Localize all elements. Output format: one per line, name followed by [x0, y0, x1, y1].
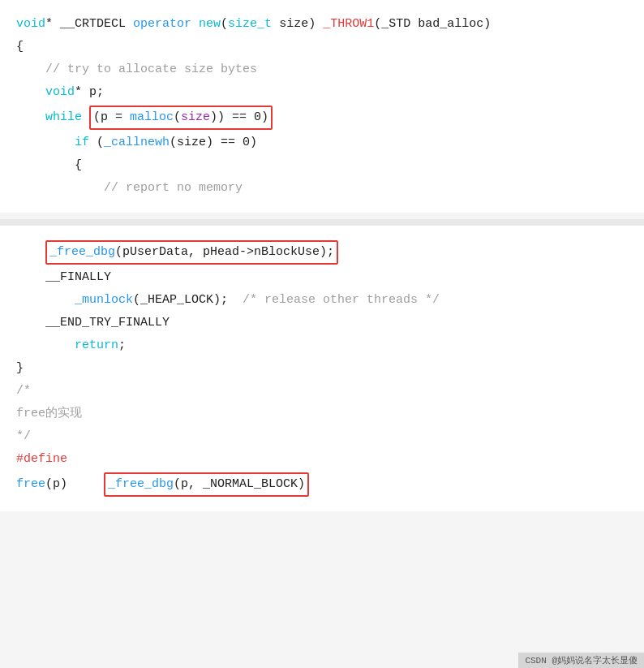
token: __END_TRY_FINALLY — [16, 313, 170, 333]
code-line: void* p; — [0, 81, 644, 104]
token: )) == 0) — [210, 110, 268, 124]
token — [16, 83, 45, 102]
token — [16, 243, 45, 262]
code-line: /* — [0, 380, 644, 403]
code-line-free-dbg: _free_dbg(pUserData, pHead->nBlockUse); — [0, 239, 644, 266]
token: size_t — [228, 15, 272, 34]
token: ( — [174, 110, 181, 124]
token: * p; — [75, 83, 104, 102]
token: (p = — [93, 110, 130, 124]
token: /* — [16, 381, 31, 401]
token: new — [199, 15, 221, 34]
token: return — [75, 336, 118, 356]
code-section-1: void* __CRTDECL operator new(size_t size… — [0, 0, 644, 213]
token: // report no memory — [16, 179, 243, 198]
token: * __CRTDECL — [45, 15, 133, 34]
token: if — [75, 133, 89, 153]
token: } — [16, 359, 24, 378]
code-line: if (_callnewh(size) == 0) — [0, 131, 644, 154]
code-line: // try to allocate size bytes — [0, 58, 644, 81]
token — [82, 108, 89, 127]
code-line: */ — [0, 425, 644, 448]
token: ( — [221, 15, 228, 34]
code-line: free的实现 — [0, 403, 644, 425]
token: */ — [16, 427, 31, 446]
token: ; — [118, 336, 126, 356]
code-line: { — [0, 154, 644, 177]
token — [191, 15, 199, 34]
highlighted-expression: _free_dbg(pUserData, pHead->nBlockUse); — [45, 240, 338, 265]
token: void — [45, 83, 75, 102]
code-line: } — [0, 357, 644, 380]
token: free的实现 — [16, 404, 82, 424]
token: #define — [16, 450, 67, 469]
token: (size) == 0) — [170, 133, 257, 153]
token: (p) — [45, 475, 104, 494]
token: ( — [89, 133, 104, 153]
token: (pUserData, pHead->nBlockUse); — [115, 245, 334, 259]
code-line-while: while (p = malloc(size)) == 0) — [0, 104, 644, 131]
section-separator — [0, 219, 644, 226]
token: while — [45, 108, 82, 127]
token: (_HEAP_LOCK); — [133, 291, 243, 310]
watermark: CSDN @妈妈说名字太长显傻 — [518, 653, 644, 668]
token: size) — [272, 15, 323, 34]
token: free — [16, 475, 45, 494]
code-line: { — [0, 36, 644, 58]
token: void — [16, 15, 45, 34]
token: (p, _NORMAL_BLOCK) — [174, 477, 305, 491]
code-line-free-define: free(p) _free_dbg(p, _NORMAL_BLOCK) — [0, 471, 644, 498]
token: /* release other threads */ — [243, 291, 440, 310]
code-line: _munlock(_HEAP_LOCK); /* release other t… — [0, 289, 644, 312]
code-viewer: void* __CRTDECL operator new(size_t size… — [0, 0, 644, 511]
code-line: #define — [0, 448, 644, 471]
code-line: void* __CRTDECL operator new(size_t size… — [0, 13, 644, 36]
token: // try to allocate size bytes — [16, 60, 257, 80]
token: malloc — [130, 110, 174, 124]
code-line: __FINALLY — [0, 266, 644, 289]
token — [16, 133, 75, 153]
token — [16, 291, 75, 310]
token: { — [16, 37, 24, 57]
code-line: __END_TRY_FINALLY — [0, 312, 644, 334]
token: _munlock — [75, 291, 133, 310]
token: operator — [133, 15, 191, 34]
token: __FINALLY — [16, 268, 111, 287]
token — [16, 108, 45, 127]
token: { — [16, 156, 82, 175]
token: _THROW1 — [323, 15, 374, 34]
token: size — [181, 110, 210, 124]
highlighted-expression: _free_dbg(p, _NORMAL_BLOCK) — [104, 472, 309, 497]
token: _callnewh — [104, 133, 170, 153]
highlighted-expression: (p = malloc(size)) == 0) — [89, 106, 273, 130]
code-section-2: _free_dbg(pUserData, pHead->nBlockUse); … — [0, 226, 644, 511]
code-line: // report no memory — [0, 177, 644, 200]
token: _free_dbg — [49, 245, 115, 259]
token — [16, 336, 75, 356]
token: (_STD bad_alloc) — [374, 15, 491, 34]
token: _free_dbg — [108, 477, 174, 491]
code-line: return; — [0, 334, 644, 357]
